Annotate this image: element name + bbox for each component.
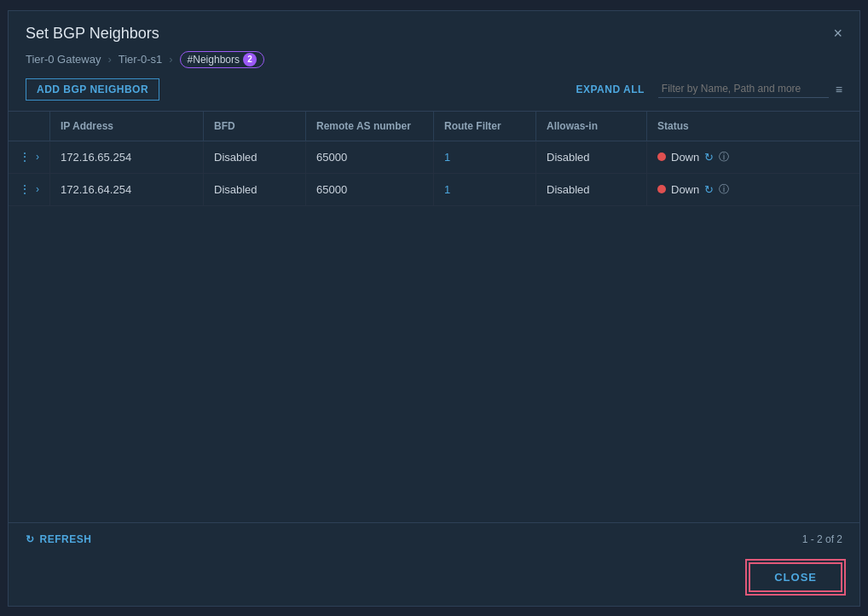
row-remote-as: 65000 xyxy=(306,141,434,173)
close-btn-wrap: CLOSE xyxy=(9,556,859,606)
table-row: ⋮ › 172.16.64.254 Disabled 65000 1 Disab… xyxy=(9,173,859,205)
row-actions: ⋮ › xyxy=(9,141,50,173)
breadcrumb-sep2: › xyxy=(169,53,172,66)
table-header-row: IP Address BFD Remote AS number Route Fi… xyxy=(9,112,859,141)
col-header-allowas-in: Allowas-in xyxy=(536,112,647,141)
status-info-icon[interactable]: ⓘ xyxy=(719,150,729,164)
row-menu-button[interactable]: ⋮ xyxy=(19,183,31,195)
row-actions: ⋮ › xyxy=(9,173,50,205)
row-ip: 172.16.65.254 xyxy=(50,141,204,173)
breadcrumb-tier0: Tier-0 Gateway xyxy=(26,53,101,66)
toolbar: ADD BGP NEIGHBOR EXPAND ALL ≡ xyxy=(9,68,859,112)
filter-icon[interactable]: ≡ xyxy=(836,83,842,96)
row-allowas-in: Disabled xyxy=(536,141,647,173)
route-filter-link[interactable]: 1 xyxy=(444,183,450,196)
breadcrumb: Tier-0 Gateway › Tier-0-s1 › #Neighbors … xyxy=(26,51,842,68)
status-dot xyxy=(657,185,666,193)
breadcrumb-tag: #Neighbors 2 xyxy=(180,51,264,68)
col-header-status: Status xyxy=(647,112,860,141)
modal-header: Set BGP Neighbors × Tier-0 Gateway › Tie… xyxy=(9,11,859,68)
col-header-bfd: BFD xyxy=(204,112,306,141)
tag-badge: 2 xyxy=(243,53,257,66)
modal-close-x-button[interactable]: × xyxy=(833,26,842,41)
status-text: Down xyxy=(671,183,699,196)
status-dot xyxy=(657,153,666,161)
status-info-icon[interactable]: ⓘ xyxy=(719,182,729,197)
row-status: Down ↻ ⓘ xyxy=(647,173,860,205)
row-remote-as: 65000 xyxy=(306,173,434,205)
footer-row: ↻ REFRESH 1 - 2 of 2 xyxy=(9,522,859,556)
expand-all-button[interactable]: EXPAND ALL xyxy=(576,83,644,95)
refresh-label: REFRESH xyxy=(40,533,92,545)
row-allowas-in: Disabled xyxy=(536,173,647,205)
refresh-icon: ↻ xyxy=(26,533,35,545)
route-filter-link[interactable]: 1 xyxy=(444,151,450,164)
right-controls: EXPAND ALL ≡ xyxy=(576,80,842,98)
row-route-filter: 1 xyxy=(434,141,536,173)
set-bgp-neighbors-modal: Set BGP Neighbors × Tier-0 Gateway › Tie… xyxy=(8,10,860,607)
table-row: ⋮ › 172.16.65.254 Disabled 65000 1 Disab… xyxy=(9,141,859,173)
row-menu-button[interactable]: ⋮ xyxy=(19,151,31,163)
col-header-ip: IP Address xyxy=(50,112,204,141)
breadcrumb-tag-label: #Neighbors xyxy=(188,54,240,66)
add-bgp-neighbor-button[interactable]: ADD BGP NEIGHBOR xyxy=(26,78,159,101)
refresh-button[interactable]: ↻ REFRESH xyxy=(26,533,91,545)
status-refresh-icon[interactable]: ↻ xyxy=(704,183,714,196)
breadcrumb-sep: › xyxy=(107,53,111,66)
status-refresh-icon[interactable]: ↻ xyxy=(704,151,714,164)
col-header-actions xyxy=(9,112,50,141)
close-button[interactable]: CLOSE xyxy=(749,562,842,592)
row-bfd: Disabled xyxy=(204,141,306,173)
modal-title-row: Set BGP Neighbors × xyxy=(26,25,842,43)
pagination-label: 1 - 2 of 2 xyxy=(802,533,842,545)
filter-input-wrap: ≡ xyxy=(658,80,842,98)
status-text: Down xyxy=(671,151,699,164)
bgp-neighbors-table: IP Address BFD Remote AS number Route Fi… xyxy=(9,112,859,206)
table-container: IP Address BFD Remote AS number Route Fi… xyxy=(9,112,859,522)
modal-title: Set BGP Neighbors xyxy=(26,25,159,43)
breadcrumb-tier0s1: Tier-0-s1 xyxy=(119,53,163,66)
row-route-filter: 1 xyxy=(434,173,536,205)
row-bfd: Disabled xyxy=(204,173,306,205)
row-expand-button[interactable]: › xyxy=(36,183,39,195)
row-ip: 172.16.64.254 xyxy=(50,173,204,205)
row-status: Down ↻ ⓘ xyxy=(647,141,860,173)
col-header-remote-as: Remote AS number xyxy=(306,112,434,141)
col-header-route-filter: Route Filter xyxy=(434,112,536,141)
row-expand-button[interactable]: › xyxy=(36,151,39,163)
table-body: ⋮ › 172.16.65.254 Disabled 65000 1 Disab… xyxy=(9,141,859,205)
filter-input[interactable] xyxy=(658,80,829,98)
